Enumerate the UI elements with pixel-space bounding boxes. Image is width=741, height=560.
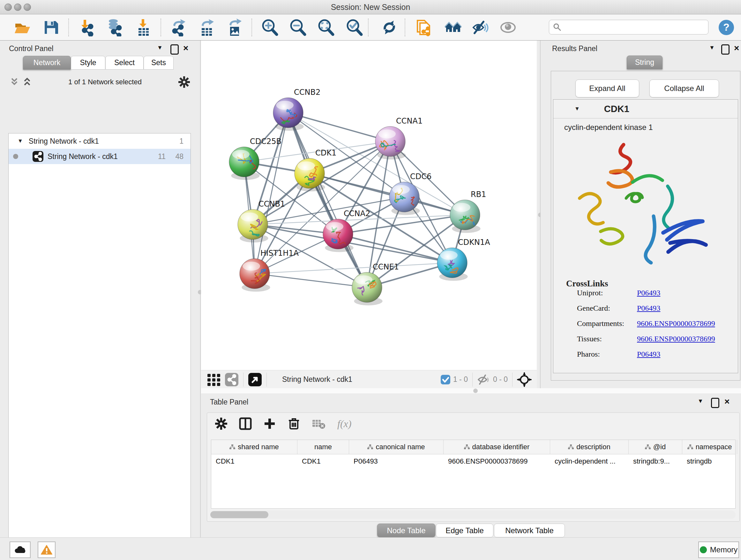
table-tab-network-table[interactable]: Network Table bbox=[494, 523, 565, 537]
table-panel-float-icon[interactable] bbox=[711, 398, 719, 408]
table-cell[interactable]: 9606.ENSP00000378699 bbox=[444, 454, 550, 469]
network-canvas[interactable]: CCNB2CCNA1CDC25BCDK1CDC6RB1CCNB1CCNA2CDK… bbox=[201, 41, 537, 370]
table-cell[interactable]: CDK1 bbox=[297, 454, 349, 469]
import-network-icon[interactable] bbox=[78, 18, 96, 37]
zoom-fit-icon[interactable] bbox=[317, 18, 335, 37]
table-panel-menu-icon[interactable]: ▼ bbox=[697, 398, 703, 405]
network-item-row[interactable]: String Network - cdk1 11 48 bbox=[9, 149, 191, 164]
control-panel-menu-icon[interactable]: ▼ bbox=[157, 44, 163, 51]
table-panel-close-icon[interactable]: × bbox=[724, 396, 730, 407]
string-home-icon[interactable] bbox=[444, 18, 462, 37]
network-node-CCNA1[interactable]: CCNA1 bbox=[375, 117, 422, 159]
table-hscrollbar[interactable] bbox=[210, 510, 736, 519]
create-column-icon[interactable] bbox=[263, 417, 276, 430]
network-edge[interactable] bbox=[288, 113, 367, 287]
control-panel-float-icon[interactable] bbox=[171, 44, 179, 55]
zoom-selected-icon[interactable] bbox=[345, 18, 363, 37]
cloud-status-button[interactable] bbox=[10, 542, 30, 558]
crosslink-link[interactable]: 9606.ENSP00000378699 bbox=[637, 319, 715, 328]
control-tab-style[interactable]: Style bbox=[71, 56, 105, 70]
pan-crosshair-icon[interactable] bbox=[517, 372, 532, 387]
table-options-gear-icon[interactable] bbox=[215, 417, 227, 430]
birdseye-view-icon[interactable] bbox=[248, 373, 262, 387]
node-section-header[interactable]: ▼ CDK1 bbox=[553, 100, 738, 118]
crosslink-link[interactable]: P06493 bbox=[637, 289, 660, 297]
delete-table-icon[interactable] bbox=[312, 418, 326, 429]
network-node-HIST1H1A[interactable]: HIST1H1A bbox=[240, 249, 299, 292]
panel-divider[interactable] bbox=[200, 41, 201, 537]
network-edge[interactable] bbox=[255, 273, 367, 287]
control-tab-network[interactable]: Network bbox=[23, 56, 71, 70]
control-tab-select[interactable]: Select bbox=[105, 56, 144, 70]
warnings-button[interactable] bbox=[38, 542, 56, 558]
results-panel-menu-icon[interactable]: ▼ bbox=[709, 44, 715, 51]
table-cell[interactable]: cyclin-dependent ... bbox=[550, 454, 629, 469]
node-table[interactable]: shared namenamecanonical namedatabase id… bbox=[211, 440, 736, 509]
refresh-icon[interactable] bbox=[381, 18, 398, 37]
crosslink-link[interactable]: 9606.ENSP00000378699 bbox=[637, 334, 715, 343]
import-table-icon[interactable] bbox=[135, 18, 152, 37]
network-node-CDC6[interactable]: CDC6 bbox=[389, 172, 431, 215]
export-image-icon[interactable] bbox=[226, 18, 244, 37]
crosslink-link[interactable]: P06493 bbox=[637, 350, 660, 359]
grid-view-icon[interactable] bbox=[206, 372, 221, 387]
network-node-CCNB1[interactable]: CCNB1 bbox=[238, 199, 285, 242]
section-collapse-caret-icon[interactable]: ▼ bbox=[575, 106, 580, 112]
search-box[interactable] bbox=[549, 20, 709, 35]
table-hscrollbar-thumb[interactable] bbox=[210, 511, 268, 518]
expand-all-button[interactable]: Expand All bbox=[576, 79, 639, 98]
network-graph[interactable]: CCNB2CCNA1CDC25BCDK1CDC6RB1CCNB1CCNA2CDK… bbox=[201, 41, 537, 370]
column-header-shared-name[interactable]: shared name bbox=[211, 440, 297, 454]
network-node-CDK1[interactable]: CDK1 bbox=[294, 148, 336, 191]
memory-button[interactable]: Memory bbox=[698, 542, 739, 558]
share-document-icon[interactable] bbox=[415, 18, 433, 37]
collapse-all-chevron-icon[interactable] bbox=[10, 77, 19, 87]
table-cell[interactable]: CDK1 bbox=[211, 454, 297, 469]
network-options-gear-icon[interactable] bbox=[178, 76, 190, 88]
table-cell[interactable]: stringdb bbox=[682, 454, 737, 469]
column-header--id[interactable]: @id bbox=[629, 440, 682, 454]
save-session-icon[interactable] bbox=[42, 18, 60, 37]
results-tab-string[interactable]: String bbox=[627, 56, 663, 69]
hide-unselected-icon[interactable] bbox=[471, 18, 489, 37]
horizontal-divider[interactable] bbox=[201, 388, 741, 393]
zoom-in-icon[interactable] bbox=[261, 18, 279, 37]
column-header-namespace[interactable]: namespace bbox=[682, 440, 737, 454]
import-network-from-database-icon[interactable] bbox=[106, 18, 124, 37]
open-session-icon[interactable] bbox=[13, 18, 31, 37]
zoom-out-icon[interactable] bbox=[289, 18, 307, 37]
collapse-all-button[interactable]: Collapse All bbox=[650, 79, 719, 98]
selected-checkbox-icon[interactable] bbox=[441, 374, 451, 385]
help-icon[interactable]: ? bbox=[718, 19, 736, 37]
export-table-icon[interactable] bbox=[198, 18, 216, 37]
network-node-CDKN1A[interactable]: CDKN1A bbox=[437, 238, 490, 281]
network-group-row[interactable]: ▼ String Network - cdk1 1 bbox=[9, 133, 191, 149]
delete-column-icon[interactable] bbox=[287, 417, 300, 430]
control-tab-sets[interactable]: Sets bbox=[144, 56, 174, 70]
tree-expand-caret-icon[interactable]: ▼ bbox=[17, 138, 23, 144]
divider-handle[interactable] bbox=[473, 388, 478, 393]
network-node-CCNB2[interactable]: CCNB2 bbox=[273, 88, 320, 131]
table-tab-node-table[interactable]: Node Table bbox=[377, 523, 435, 537]
column-header-database-identifier[interactable]: database identifier bbox=[444, 440, 550, 454]
network-edge[interactable] bbox=[310, 173, 465, 215]
table-row[interactable]: CDK1CDK1P064939606.ENSP00000378699cyclin… bbox=[211, 454, 735, 469]
results-panel-close-icon[interactable]: × bbox=[734, 43, 739, 53]
function-builder-icon[interactable]: f(x) bbox=[337, 418, 351, 430]
table-tab-edge-table[interactable]: Edge Table bbox=[436, 523, 493, 537]
control-panel-close-icon[interactable]: × bbox=[183, 43, 188, 53]
column-header-description[interactable]: description bbox=[550, 440, 629, 454]
column-header-canonical-name[interactable]: canonical name bbox=[349, 440, 444, 454]
crosslink-link[interactable]: P06493 bbox=[637, 304, 660, 313]
network-view-share-icon[interactable] bbox=[225, 373, 239, 387]
show-columns-icon[interactable] bbox=[239, 417, 252, 430]
column-header-name[interactable]: name bbox=[297, 440, 349, 454]
export-network-icon[interactable] bbox=[169, 18, 187, 37]
show-all-icon[interactable] bbox=[499, 18, 517, 37]
expand-all-chevron-icon[interactable] bbox=[22, 77, 32, 87]
results-panel-float-icon[interactable] bbox=[721, 44, 730, 55]
network-node-RB1[interactable]: RB1 bbox=[450, 190, 486, 233]
search-input[interactable] bbox=[561, 23, 708, 32]
table-cell[interactable]: P06493 bbox=[349, 454, 444, 469]
table-cell[interactable]: stringdb:9... bbox=[629, 454, 682, 469]
